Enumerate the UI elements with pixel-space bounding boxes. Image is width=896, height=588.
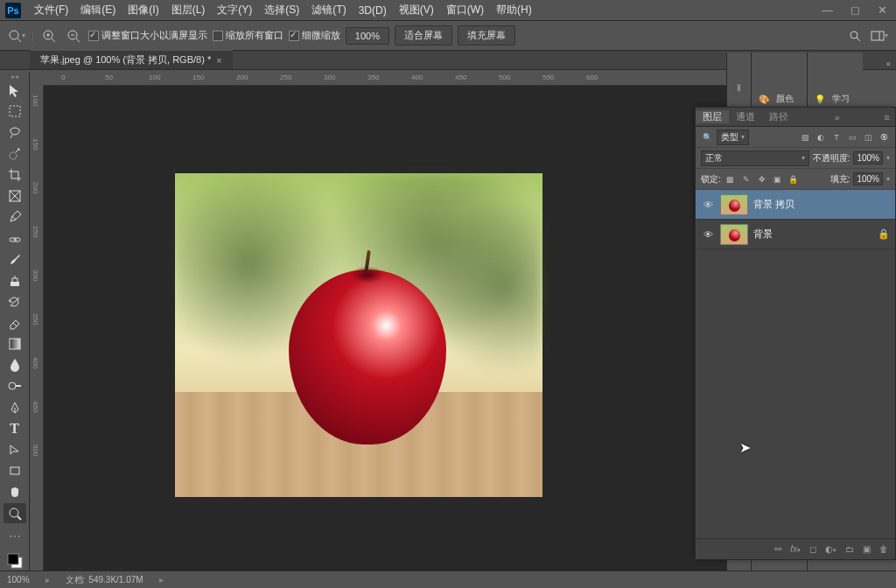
lock-image-icon[interactable]: ✎ <box>740 173 752 186</box>
zoom-in-icon[interactable] <box>39 26 59 46</box>
eraser-tool-icon[interactable] <box>4 313 26 332</box>
panel-item-learn[interactable]: 💡学习 <box>808 89 863 108</box>
panel-collapse-icon[interactable]: « <box>886 60 891 68</box>
panel-tab-layers[interactable]: 图层 <box>696 110 729 123</box>
layer-group-icon[interactable]: 🗀 <box>845 544 854 554</box>
panel-item-color[interactable]: 🎨颜色 <box>752 89 807 108</box>
layer-visibility-icon[interactable]: 👁 <box>701 200 715 210</box>
filter-shape-icon[interactable]: ▭ <box>846 131 858 144</box>
quick-select-tool-icon[interactable] <box>4 144 26 164</box>
history-brush-tool-icon[interactable] <box>4 292 26 312</box>
window-close-icon[interactable]: ✕ <box>874 4 891 17</box>
blur-tool-icon[interactable] <box>4 355 26 374</box>
hand-tool-icon[interactable] <box>4 482 26 501</box>
opacity-value[interactable]: 100% <box>853 151 883 164</box>
filter-search-icon[interactable]: 🔍 <box>701 131 713 144</box>
layer-name[interactable]: 背景 <box>753 228 872 241</box>
layer-name[interactable]: 背景 拷贝 <box>753 198 890 211</box>
edit-toolbar-icon[interactable]: ⋯ <box>4 527 26 546</box>
button-fill-screen[interactable]: 填充屏幕 <box>458 25 515 46</box>
tool-preset-icon[interactable]: ▾ <box>7 26 26 46</box>
zoom-out-icon[interactable] <box>64 26 83 46</box>
status-zoom-arrow-icon[interactable]: ▸ <box>46 575 50 584</box>
filter-toggle-icon[interactable]: ⦿ <box>878 131 890 144</box>
menu-3d[interactable]: 3D(D) <box>353 4 393 17</box>
color-swatch-icon[interactable] <box>4 551 26 570</box>
fill-value[interactable]: 100% <box>853 172 883 186</box>
panel-tab-channels[interactable]: 通道 <box>729 110 762 123</box>
brush-tool-icon[interactable] <box>4 249 26 269</box>
layer-item[interactable]: 👁 背景 拷贝 <box>696 190 895 220</box>
rectangle-tool-icon[interactable] <box>4 461 26 480</box>
tab-close-icon[interactable]: × <box>216 55 221 66</box>
window-restore-icon[interactable]: ◻ <box>847 4 864 17</box>
marquee-tool-icon[interactable] <box>4 102 26 121</box>
layer-style-icon[interactable]: fx▾ <box>790 544 801 554</box>
adjustment-layer-icon[interactable]: ◐▾ <box>825 544 836 554</box>
layer-thumbnail[interactable] <box>720 194 748 215</box>
move-tool-icon[interactable] <box>4 80 26 100</box>
lasso-tool-icon[interactable] <box>4 122 26 142</box>
layer-mask-icon[interactable]: ◻ <box>809 544 816 554</box>
panel-strip-icon[interactable]: ⦀ <box>737 82 741 94</box>
layer-filter-kind[interactable]: 类型▾ <box>717 130 749 145</box>
path-select-tool-icon[interactable] <box>4 440 26 459</box>
delete-layer-icon[interactable]: 🗑 <box>879 544 888 554</box>
drag-handle-icon[interactable]: ▸◂ <box>11 75 18 79</box>
menu-select[interactable]: 选择(S) <box>258 3 305 18</box>
eyedropper-tool-icon[interactable] <box>4 207 26 227</box>
button-fit-screen[interactable]: 适合屏幕 <box>395 25 452 46</box>
layer-thumbnail[interactable] <box>720 224 748 245</box>
fill-dropdown-icon[interactable]: ▾ <box>886 175 890 183</box>
type-tool-icon[interactable]: T <box>4 419 26 438</box>
window-minimize-icon[interactable]: — <box>818 4 836 17</box>
ruler-horizontal[interactable]: 050100150200250300350400450500550600 <box>44 72 726 86</box>
opacity-dropdown-icon[interactable]: ▾ <box>886 154 890 162</box>
lock-all-icon[interactable]: 🔒 <box>788 173 800 186</box>
workspace-switcher-icon[interactable]: ▾ <box>870 26 889 46</box>
zoom-tool-icon[interactable] <box>4 503 26 522</box>
gradient-tool-icon[interactable] <box>4 334 26 354</box>
healing-brush-tool-icon[interactable] <box>4 228 26 248</box>
checkbox-resize-window[interactable]: 调整窗口大小以满屏显示 <box>88 29 207 42</box>
panel-collapse-icon[interactable]: » <box>830 112 845 122</box>
crop-tool-icon[interactable] <box>4 165 26 185</box>
panel-menu-icon[interactable]: ≡ <box>879 112 895 122</box>
dodge-tool-icon[interactable] <box>4 376 26 396</box>
filter-type-icon[interactable]: T <box>830 131 843 144</box>
document-tab[interactable]: 苹果.jpeg @ 100% (背景 拷贝, RGB/8) * × <box>30 50 233 69</box>
layer-visibility-icon[interactable]: 👁 <box>701 229 715 240</box>
menu-window[interactable]: 窗口(W) <box>440 3 490 18</box>
filter-pixel-icon[interactable]: ▧ <box>799 131 811 144</box>
checkbox-fine-zoom[interactable]: 细微缩放 <box>289 29 340 42</box>
clone-stamp-tool-icon[interactable] <box>4 271 26 290</box>
frame-tool-icon[interactable] <box>4 186 26 206</box>
filter-adjust-icon[interactable]: ◐ <box>815 131 827 144</box>
button-zoom-100[interactable]: 100% <box>346 27 389 45</box>
menu-file[interactable]: 文件(F) <box>28 3 74 18</box>
lock-transparency-icon[interactable]: ▩ <box>724 173 737 186</box>
canvas-area[interactable] <box>44 86 726 570</box>
pen-tool-icon[interactable] <box>4 398 26 417</box>
checkbox-zoom-all[interactable]: 缩放所有窗口 <box>213 29 284 42</box>
layer-item[interactable]: 👁 背景 🔒 <box>696 220 895 249</box>
menu-type[interactable]: 文字(Y) <box>211 3 258 18</box>
panel-tab-paths[interactable]: 路径 <box>762 110 795 123</box>
ruler-vertical[interactable]: 100150200250300350400450500 <box>30 86 44 570</box>
status-zoom[interactable]: 100% <box>7 575 30 584</box>
menu-image[interactable]: 图像(I) <box>122 3 164 18</box>
menu-layer[interactable]: 图层(L) <box>165 3 212 18</box>
blend-mode-select[interactable]: 正常▾ <box>701 150 809 166</box>
menu-view[interactable]: 视图(V) <box>393 3 440 18</box>
menu-filter[interactable]: 滤镜(T) <box>305 3 352 18</box>
filter-smart-icon[interactable]: ◫ <box>862 131 874 144</box>
new-layer-icon[interactable]: ▣ <box>863 544 871 554</box>
menu-help[interactable]: 帮助(H) <box>490 3 538 18</box>
status-arrow-icon[interactable]: ▸ <box>159 575 164 584</box>
lock-position-icon[interactable]: ✥ <box>756 173 768 186</box>
search-icon[interactable] <box>845 26 864 46</box>
link-layers-icon[interactable]: ⚯ <box>774 544 781 554</box>
menu-edit[interactable]: 编辑(E) <box>74 3 122 18</box>
lock-artboard-icon[interactable]: ▣ <box>772 173 784 186</box>
status-doc-size[interactable]: 549.3K/1.07M <box>88 575 143 584</box>
